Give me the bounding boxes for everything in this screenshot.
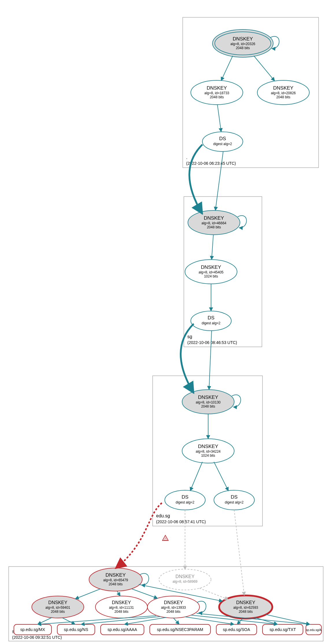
record-a: sp.edu.sg/A [306, 624, 321, 635]
edge-eduzsk-ds1 [190, 462, 202, 491]
node-sg-zsk-title: DNSKEY [201, 264, 221, 270]
record-nsec3param: sp.edu.sg/NSEC3PARAM [150, 624, 210, 635]
node-sg-zsk-line2: alg=8, id=45405 [199, 270, 223, 274]
node-sg-ds-title: DS [208, 315, 214, 321]
record-ns: sp.edu.sg/NS [57, 624, 95, 635]
node-sp-k1: DNSKEY alg=8, id=59401 2048 bits [32, 596, 84, 618]
node-sp-k4-title: DNSKEY [236, 600, 255, 605]
record-mx: sp.edu.sg/MX [14, 624, 51, 635]
node-root-zsk2-line2: alg=8, id=20826 [271, 91, 296, 95]
node-sg-ksk-line3: 2048 bits [207, 225, 221, 229]
node-sp-k1-line3: 2048 bits [51, 610, 65, 614]
node-root-zsk2: DNSKEY alg=8, id=20826 2048 bits [257, 80, 309, 105]
node-edu-ds2-line2: digest alg=2 [225, 500, 243, 504]
node-sg-zsk: DNSKEY alg=8, id=45405 1024 bits [185, 260, 237, 284]
edge-eduds2-k4 [234, 510, 244, 595]
zone-root-label: . [186, 155, 187, 160]
node-sp-ksk-line2: alg=8, id=65479 [103, 578, 128, 582]
node-sg-ksk: DNSKEY alg=8, id=46664 2048 bits [188, 210, 247, 235]
edge-spk-k1 [75, 589, 101, 599]
node-sp-k4-line3: 2048 bits [239, 610, 253, 614]
edge-rootds-sgksk-thick [189, 145, 202, 214]
node-edu-ksk-title: DNSKEY [198, 395, 218, 400]
node-root-zsk1: DNSKEY alg=8, id=18733 2048 bits [191, 80, 243, 105]
node-sp-k4-line2: alg=8, id=62593 [233, 606, 258, 610]
node-sp-k3-line2: alg=8, id=13933 [161, 606, 186, 610]
edge-k3-soa [185, 617, 234, 624]
svg-text:sp.edu.sg/NS: sp.edu.sg/NS [64, 627, 88, 632]
node-edu-zsk: DNSKEY alg=8, id=34224 1024 bits [182, 439, 234, 463]
node-sp-k3: DNSKEY alg=8, id=13933 2048 bits [147, 596, 206, 618]
edge-rootds-sgksk [215, 151, 223, 210]
node-edu-ds1-line2: digest alg=2 [175, 500, 194, 504]
edge-sgksk-sgzsk [212, 235, 213, 260]
edge-ghost-k4 [199, 588, 228, 599]
edge-eduds1-spksk [116, 503, 162, 568]
node-root-zsk2-line3: 2048 bits [276, 95, 291, 99]
node-edu-ds1: DS digest alg=2 [165, 490, 205, 510]
node-sp-ksk: DNSKEY alg=8, id=65479 2048 bits [89, 568, 149, 591]
node-sg-zsk-line3: 1024 bits [204, 274, 218, 278]
node-edu-ds1-title: DS [182, 494, 188, 500]
node-root-ds: DS digest alg=2 [202, 132, 243, 151]
svg-text:⚠: ⚠ [164, 536, 167, 541]
node-sp-k2: DNSKEY alg=8, id=11131 2048 bits [95, 596, 147, 618]
zone-sp-ts: (2022-10-06 09:32:51 UTC) [12, 635, 62, 640]
edge-rootksk-zsk2 [254, 56, 275, 81]
zone-sg-label: sg [187, 334, 192, 339]
node-root-ds-line2: digest alg=2 [213, 142, 232, 146]
node-sp-ghost-line2: alg=8, id=58969 [173, 580, 197, 584]
node-sp-ksk-line3: 2048 bits [109, 582, 123, 586]
node-edu-zsk-line2: alg=8, id=34224 [196, 449, 221, 454]
node-sp-k2-title: DNSKEY [112, 600, 131, 605]
zone-root-ts: (2022-10-06 06:23:45 UTC) [186, 161, 236, 166]
record-soa: sp.edu.sg/SOA [216, 624, 257, 635]
node-sp-ghost-title: DNSKEY [175, 574, 195, 579]
svg-point-15 [214, 490, 254, 510]
node-sg-ksk-title: DNSKEY [204, 215, 224, 221]
node-edu-zsk-line3: 1024 bits [201, 454, 215, 458]
node-sp-k2-line2: alg=8, id=11131 [109, 606, 134, 610]
node-root-ksk-line3: 2048 bits [236, 46, 250, 50]
node-sg-ksk-line2: alg=8, id=46664 [201, 221, 226, 225]
node-root-zsk1-line3: 2048 bits [210, 95, 224, 99]
record-aaaa: sp.edu.sg/AAAA [101, 624, 144, 635]
node-root-ksk-title: DNSKEY [233, 36, 253, 42]
svg-text:sp.edu.sg/MX: sp.edu.sg/MX [20, 627, 45, 632]
node-sp-ksk-title: DNSKEY [106, 572, 126, 578]
record-row: sp.edu.sg/MX sp.edu.sg/NS sp.edu.sg/AAAA… [14, 624, 321, 635]
node-root-zsk1-line2: alg=8, id=18733 [204, 91, 229, 95]
svg-text:sp.edu.sg/SOA: sp.edu.sg/SOA [223, 627, 250, 632]
edge-rootksk-zsk1 [221, 56, 233, 81]
node-edu-ds2-title: DS [231, 494, 238, 500]
zone-edu-label: edu.sg [156, 513, 170, 518]
svg-point-14 [165, 490, 205, 510]
edge-sgds-eduksk [209, 331, 212, 390]
node-edu-ksk: DNSKEY alg=8, id=10130 2048 bits [182, 390, 241, 414]
svg-text:sp.edu.sg/A: sp.edu.sg/A [306, 628, 321, 632]
node-sp-k1-title: DNSKEY [48, 600, 67, 605]
edge-spk-k3 [132, 589, 158, 598]
node-root-zsk2-title: DNSKEY [273, 85, 293, 91]
svg-point-8 [202, 132, 243, 151]
node-edu-ksk-line3: 2048 bits [201, 404, 215, 408]
svg-point-11 [191, 311, 231, 331]
warning-icon: ⚠ [162, 535, 168, 541]
node-sg-ds-line2: digest alg=2 [201, 321, 220, 325]
svg-text:sp.edu.sg/TXT: sp.edu.sg/TXT [269, 627, 296, 632]
edge-k4-soa [237, 619, 243, 624]
zone-sg-ts: (2022-10-06 08:46:53 UTC) [187, 340, 237, 345]
edge-k1-ns [62, 618, 75, 624]
svg-text:sp.edu.sg/AAAA: sp.edu.sg/AAAA [108, 627, 137, 632]
node-sp-ghost: DNSKEY alg=8, id=58969 [159, 569, 211, 590]
node-root-zsk1-title: DNSKEY [207, 85, 227, 91]
edge-rootzsk1-ds [217, 105, 221, 132]
node-root-ksk: DNSKEY alg=8, id=20326 2048 bits [212, 29, 279, 57]
node-sp-k2-line3: 2048 bits [114, 610, 129, 614]
edge-spk-k2 [117, 591, 120, 596]
node-edu-ksk-line2: alg=8, id=10130 [196, 400, 221, 404]
edge-eduzsk-ds2 [214, 462, 228, 491]
edge-k3-nsec3 [173, 618, 179, 624]
node-sp-k3-line3: 2048 bits [167, 610, 181, 614]
node-edu-ds2: DS digest alg=2 [214, 490, 254, 510]
